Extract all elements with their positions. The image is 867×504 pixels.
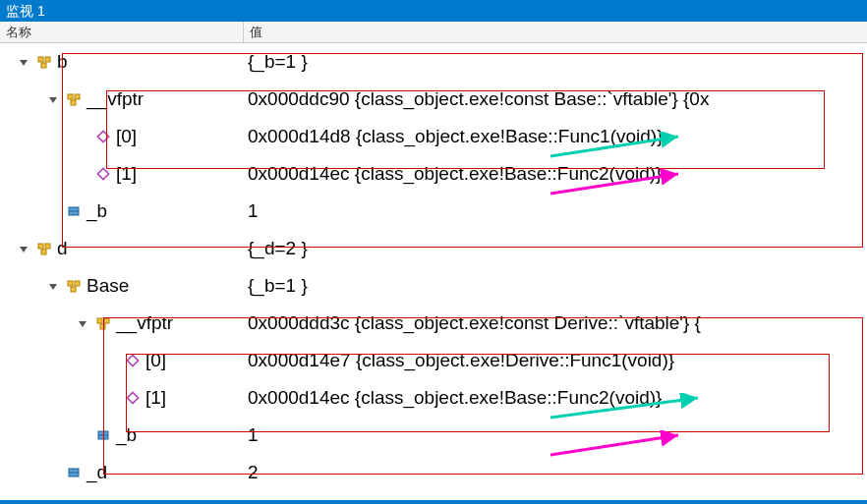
svg-rect-18 [100,324,105,329]
watch-name-cell[interactable]: _d [0,462,244,483]
watch-name-text: Base [87,275,129,297]
watch-value-cell[interactable]: 0x000d14ec {class_object.exe!Base::Func2… [244,387,867,409]
watch-value-cell[interactable]: 0x000d14ec {class_object.exe!Base::Func2… [244,163,867,185]
watch-value-cell[interactable]: 0x000ddd3c {class_object.exe!const Deriv… [244,312,867,334]
svg-rect-7 [97,168,108,179]
watch-window-title: 监视 1 [0,0,867,22]
watch-row[interactable]: _d2 [0,454,867,491]
watch-row[interactable]: _b1 [0,193,867,230]
expander-placeholder [77,429,88,441]
expander-placeholder [77,168,88,180]
watch-value-cell[interactable]: 0x000d14e7 {class_object.exe!Derive::Fun… [244,350,867,371]
expander-placeholder [47,467,59,478]
window-bottom-border [0,500,867,504]
svg-rect-3 [68,94,73,99]
svg-rect-11 [45,244,50,249]
collapse-expander-icon[interactable] [18,56,29,68]
svg-rect-5 [71,100,76,105]
watch-name-cell[interactable]: __vfptr [0,88,244,110]
watch-row[interactable]: d{_d=2 } [0,230,867,267]
class-icon [94,314,112,332]
svg-rect-6 [97,131,108,141]
watch-name-cell[interactable]: [0] [0,126,244,147]
watch-name-text: _b [87,200,107,222]
watch-rows: b{_b=1 }__vfptr0x000ddc90 {class_object.… [0,43,867,491]
svg-rect-14 [75,281,80,286]
svg-rect-16 [97,318,102,323]
watch-name-text: [1] [116,163,137,185]
svg-rect-13 [68,281,73,286]
watch-row[interactable]: __vfptr0x000ddc90 {class_object.exe!cons… [0,81,867,118]
watch-value-text: 0x000ddc90 {class_object.exe!const Base:… [248,88,709,109]
expander-placeholder [106,392,118,404]
class-icon [35,240,53,257]
method-icon [94,165,112,183]
watch-row[interactable]: [1]0x000d14ec {class_object.exe!Base::Fu… [0,379,867,417]
watch-name-cell[interactable]: [0] [0,350,244,371]
svg-rect-12 [41,250,46,254]
watch-value-text: 0x000d14d8 {class_object.exe!Base::Func1… [248,126,664,146]
svg-rect-4 [75,94,80,99]
expander-placeholder [47,205,59,217]
method-icon [124,389,142,407]
watch-name-text: [0] [145,350,166,371]
watch-value-cell[interactable]: 2 [244,462,867,483]
watch-name-text: __vfptr [116,312,173,334]
watch-value-text: 0x000d14e7 {class_object.exe!Derive::Fun… [248,350,674,370]
watch-value-cell[interactable]: {_b=1 } [244,275,867,297]
watch-name-cell[interactable]: [1] [0,163,244,185]
watch-value-cell[interactable]: 0x000d14d8 {class_object.exe!Base::Func1… [244,126,867,147]
watch-row[interactable]: [0]0x000d14e7 {class_object.exe!Derive::… [0,342,867,379]
field-icon [65,464,83,481]
watch-name-cell[interactable]: d [0,238,244,259]
watch-value-text: 0x000d14ec {class_object.exe!Base::Func2… [248,163,662,184]
watch-row[interactable]: _b1 [0,417,867,454]
watch-row[interactable]: b{_b=1 } [0,43,867,81]
watch-value-text: 0x000d14ec {class_object.exe!Base::Func2… [248,387,662,408]
watch-name-cell[interactable]: Base [0,275,244,297]
watch-name-text: d [57,238,68,259]
method-icon [124,352,142,369]
class-icon [65,277,83,295]
svg-rect-19 [127,355,138,365]
watch-name-text: __vfptr [87,88,144,110]
watch-name-text: [0] [116,126,137,147]
collapse-expander-icon[interactable] [47,280,59,292]
watch-value-cell[interactable]: {_d=2 } [244,238,867,259]
watch-value-text: {_b=1 } [248,51,308,72]
svg-rect-20 [127,392,138,403]
svg-rect-2 [41,63,46,68]
collapse-expander-icon[interactable] [18,243,29,254]
watch-name-cell[interactable]: __vfptr [0,312,244,334]
watch-name-cell[interactable]: _b [0,200,244,222]
watch-name-cell[interactable]: [1] [0,387,244,409]
watch-row[interactable]: [0]0x000d14d8 {class_object.exe!Base::Fu… [0,118,867,155]
svg-rect-1 [45,57,50,62]
watch-row[interactable]: [1]0x000d14ec {class_object.exe!Base::Fu… [0,155,867,193]
expander-placeholder [106,355,118,366]
method-icon [94,128,112,145]
svg-rect-0 [38,57,43,62]
watch-header-row: 名称 值 [0,22,867,43]
watch-value-cell[interactable]: 1 [244,424,867,446]
watch-name-text: _d [87,462,107,483]
watch-name-cell[interactable]: _b [0,424,244,446]
watch-row[interactable]: Base{_b=1 } [0,267,867,305]
collapse-expander-icon[interactable] [77,317,88,329]
watch-value-cell[interactable]: 0x000ddc90 {class_object.exe!const Base:… [244,88,867,110]
watch-value-text: {_d=2 } [248,238,308,258]
class-icon [35,53,53,71]
watch-value-cell[interactable]: {_b=1 } [244,51,867,73]
watch-value-text: 1 [248,200,259,221]
collapse-expander-icon[interactable] [47,93,59,105]
svg-rect-17 [104,318,109,323]
watch-value-text: 2 [248,462,259,482]
watch-value-cell[interactable]: 1 [244,200,867,222]
header-value-col[interactable]: 值 [244,22,867,42]
watch-row[interactable]: __vfptr0x000ddd3c {class_object.exe!cons… [0,305,867,342]
watch-name-cell[interactable]: b [0,51,244,73]
class-icon [65,90,83,108]
header-name-col[interactable]: 名称 [0,22,244,42]
field-icon [94,426,112,444]
watch-value-text: 1 [248,424,259,445]
